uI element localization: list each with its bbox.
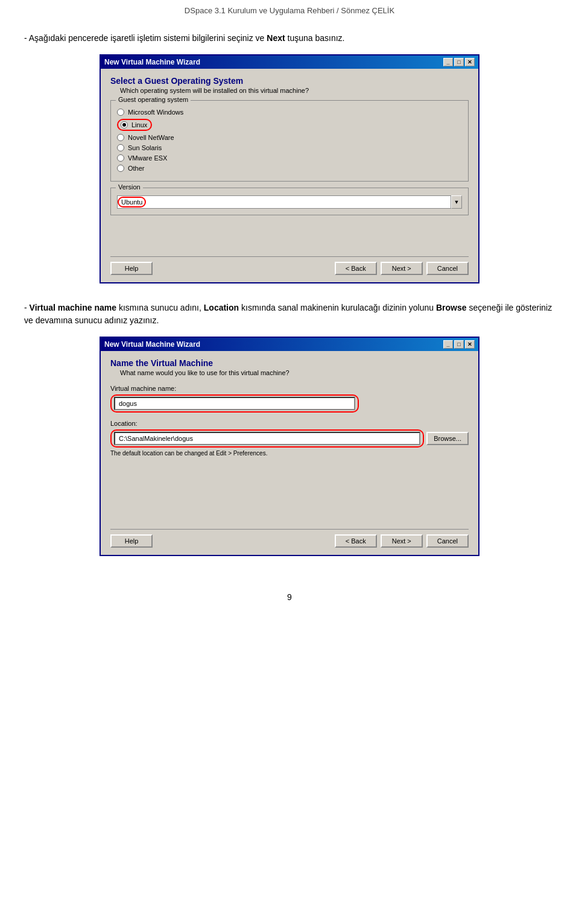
radio-linux-highlight: Linux — [117, 119, 152, 131]
dialog2-subtitle: What name would you like to use for this… — [120, 369, 469, 376]
vm-name-label: Virtual machine name: — [110, 385, 469, 392]
minimize-button-2[interactable]: _ — [443, 340, 453, 349]
dialog2-title-label: New Virtual Machine Wizard — [104, 340, 200, 349]
close-button[interactable]: ✕ — [465, 58, 475, 66]
maximize-button-2[interactable]: □ — [454, 340, 464, 349]
browse-button[interactable]: Browse... — [426, 432, 469, 445]
radio-other[interactable]: Other — [117, 165, 462, 172]
dialog1-title-label: New Virtual Machine Wizard — [104, 58, 200, 66]
instruction1: - Aşağıdaki pencerede işaretli işletim s… — [24, 32, 555, 45]
location-highlight — [110, 429, 424, 448]
back-button-1[interactable]: < Back — [335, 262, 377, 275]
radio-circle-linux — [121, 121, 128, 128]
dialog2-title-section: Name the Virtual Machine What name would… — [110, 358, 469, 376]
radio-circle-solaris — [117, 144, 124, 151]
dialog1-title-section: Select a Guest Operating System Which op… — [110, 76, 469, 94]
radio-label-netware: Novell NetWare — [128, 134, 174, 141]
titlebar-buttons-2: _ □ ✕ — [443, 340, 475, 349]
vm-name-highlight — [110, 394, 359, 413]
version-value-highlight: Ubuntu — [118, 197, 146, 207]
location-input[interactable] — [114, 432, 420, 445]
close-button-2[interactable]: ✕ — [465, 340, 475, 349]
next-button-1[interactable]: Next > — [381, 262, 423, 275]
radio-label-vmwareesx: VMware ESX — [128, 154, 167, 162]
guest-os-group: Guest operating system Microsoft Windows… — [110, 100, 469, 182]
radio-solaris[interactable]: Sun Solaris — [117, 144, 462, 151]
version-value: Ubuntu — [121, 198, 142, 206]
maximize-button[interactable]: □ — [454, 58, 464, 66]
location-label: Location: — [110, 420, 469, 427]
dialog2-titlebar: New Virtual Machine Wizard _ □ ✕ — [101, 338, 478, 351]
header-title: DSpace 3.1 Kurulum ve Uygulama Rehberi /… — [185, 6, 394, 15]
back-button-2[interactable]: < Back — [335, 534, 377, 548]
radio-netware[interactable]: Novell NetWare — [117, 134, 462, 141]
dialog2: New Virtual Machine Wizard _ □ ✕ Name th… — [100, 337, 479, 556]
vm-name-section: Virtual machine name: — [110, 385, 469, 413]
location-hint: The default location can be changed at E… — [110, 450, 469, 457]
radio-label-solaris: Sun Solaris — [128, 144, 162, 151]
radio-linux[interactable]: Linux — [117, 119, 462, 131]
page-footer: 9 — [0, 586, 579, 608]
radio-circle-vmwareesx — [117, 154, 124, 162]
help-button-2[interactable]: Help — [110, 534, 153, 548]
page-number: 9 — [287, 592, 292, 602]
location-row: Browse... — [110, 429, 469, 448]
dialog1-titlebar: New Virtual Machine Wizard _ □ ✕ — [101, 55, 478, 69]
radio-label-windows: Microsoft Windows — [128, 109, 183, 116]
dropdown-arrow-icon[interactable]: ▼ — [451, 195, 462, 209]
radio-circle-windows — [117, 109, 124, 116]
version-group-label: Version — [116, 183, 143, 191]
titlebar-buttons: _ □ ✕ — [443, 58, 475, 66]
radio-circle-netware — [117, 134, 124, 141]
radio-label-linux: Linux — [131, 121, 147, 128]
radio-windows[interactable]: Microsoft Windows — [117, 109, 462, 116]
page-header: DSpace 3.1 Kurulum ve Uygulama Rehberi /… — [0, 0, 579, 20]
dialog1-main-title: Select a Guest Operating System — [110, 76, 469, 86]
cancel-button-2[interactable]: Cancel — [426, 534, 469, 548]
location-section: Location: Browse... The default location… — [110, 420, 469, 457]
version-dropdown[interactable]: Ubuntu ▼ — [117, 195, 462, 209]
help-button-1[interactable]: Help — [110, 262, 153, 275]
dialog1-subtitle: Which operating system will be installed… — [120, 87, 469, 94]
next-button-2[interactable]: Next > — [381, 534, 423, 548]
minimize-button[interactable]: _ — [443, 58, 453, 66]
radio-vmware-esx[interactable]: VMware ESX — [117, 154, 462, 162]
dialog2-main-title: Name the Virtual Machine — [110, 358, 469, 368]
version-group: Version Ubuntu ▼ — [110, 188, 469, 215]
instruction2: - Virtual machine name kısmına sunucu ad… — [24, 302, 555, 327]
vm-name-input[interactable] — [114, 397, 355, 410]
radio-label-other: Other — [128, 165, 145, 172]
dialog1: New Virtual Machine Wizard _ □ ✕ Select … — [100, 54, 479, 283]
cancel-button-1[interactable]: Cancel — [426, 262, 469, 275]
radio-circle-other — [117, 165, 124, 172]
group-os-label: Guest operating system — [116, 96, 191, 103]
